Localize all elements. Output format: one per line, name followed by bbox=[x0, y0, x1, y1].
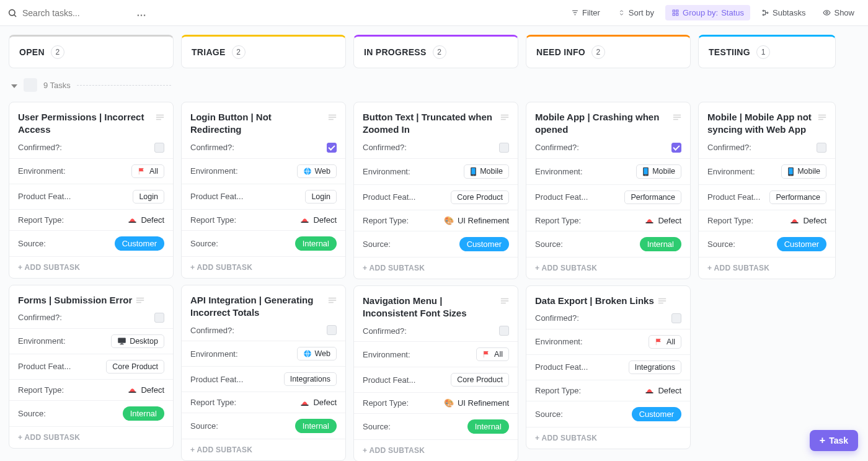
field-label: Report Type: bbox=[363, 398, 409, 408]
column-header-progress[interactable]: IN PROGRESS2 bbox=[353, 35, 518, 68]
field-label: Source: bbox=[707, 239, 735, 249]
confirmed-checkbox[interactable] bbox=[327, 143, 337, 153]
feature-chip[interactable]: Login bbox=[305, 190, 337, 204]
column-header-open[interactable]: OPEN2 bbox=[9, 35, 174, 68]
add-subtask-button[interactable]: + ADD SUBTASK bbox=[182, 256, 345, 278]
svg-line-1 bbox=[14, 15, 16, 17]
report-type-value[interactable]: Defect bbox=[128, 215, 164, 225]
filter-icon bbox=[571, 9, 579, 17]
task-card[interactable]: User Permissions | Incorrect AccessConfi… bbox=[9, 102, 174, 279]
filter-button[interactable]: Filter bbox=[565, 5, 606, 20]
field-report-type: Report Type:Defect bbox=[526, 380, 690, 401]
task-card[interactable]: Button Text | Truncated when Zoomed InCo… bbox=[353, 102, 518, 279]
feature-chip[interactable]: Performance bbox=[624, 190, 681, 204]
report-type-value[interactable]: 🎨UI Refinement bbox=[444, 398, 509, 408]
environment-chip[interactable]: Mobile bbox=[636, 164, 681, 179]
report-type-value[interactable]: Defect bbox=[645, 216, 681, 225]
confirmed-checkbox[interactable] bbox=[327, 325, 337, 335]
source-pill[interactable]: Internal bbox=[467, 419, 509, 434]
confirmed-checkbox[interactable] bbox=[817, 143, 826, 153]
svg-point-49 bbox=[645, 174, 646, 175]
environment-chip[interactable]: All bbox=[476, 347, 509, 361]
add-subtask-button[interactable]: + ADD SUBTASK bbox=[182, 439, 345, 460]
field-label: Product Feat... bbox=[535, 362, 588, 372]
column-title: TESTIING bbox=[709, 47, 750, 57]
report-type-value[interactable]: Defect bbox=[645, 386, 681, 395]
add-subtask-button[interactable]: + ADD SUBTASK bbox=[354, 257, 518, 279]
source-pill[interactable]: Customer bbox=[632, 407, 681, 421]
task-card[interactable]: Login Button | Not RedirectingConfirmed?… bbox=[181, 102, 346, 279]
feature-chip[interactable]: Integrations bbox=[284, 372, 337, 386]
field-label: Product Feat... bbox=[18, 362, 71, 371]
task-card[interactable]: Mobile | Mobile App not syncing with Web… bbox=[698, 102, 836, 279]
environment-chip[interactable]: All bbox=[131, 164, 164, 178]
field-label: Product Feat... bbox=[363, 375, 415, 385]
group-button[interactable]: Group by: Status bbox=[665, 5, 750, 20]
source-pill[interactable]: Internal bbox=[295, 236, 337, 251]
task-card[interactable]: Navigation Menu | Inconsistent Font Size… bbox=[353, 285, 518, 462]
add-subtask-button[interactable]: + ADD SUBTASK bbox=[526, 427, 690, 449]
add-subtask-button[interactable]: + ADD SUBTASK bbox=[9, 426, 173, 448]
search-more-icon[interactable]: … bbox=[133, 6, 151, 20]
field-label: Report Type: bbox=[190, 215, 236, 225]
report-type-value[interactable]: Defect bbox=[790, 216, 826, 225]
field-confirmed: Confirmed?: bbox=[354, 326, 518, 341]
field-source: Source:Customer bbox=[699, 231, 835, 257]
add-subtask-button[interactable]: + ADD SUBTASK bbox=[699, 257, 835, 279]
confirmed-checkbox[interactable] bbox=[671, 313, 681, 323]
column-header-testing[interactable]: TESTIING1 bbox=[698, 35, 836, 68]
field-label: Source: bbox=[190, 421, 218, 431]
feature-chip[interactable]: Core Product bbox=[451, 190, 509, 204]
svg-rect-23 bbox=[120, 344, 124, 345]
source-pill[interactable]: Customer bbox=[777, 237, 826, 251]
confirmed-checkbox[interactable] bbox=[499, 326, 509, 336]
svg-rect-39 bbox=[472, 168, 476, 174]
feature-chip[interactable]: Performance bbox=[769, 190, 826, 204]
report-type-value[interactable]: 🎨UI Refinement bbox=[444, 216, 509, 225]
environment-chip[interactable]: Mobile bbox=[464, 164, 509, 179]
report-type-value[interactable]: Defect bbox=[300, 398, 337, 407]
confirmed-checkbox[interactable] bbox=[154, 313, 164, 323]
report-type-value[interactable]: Defect bbox=[300, 215, 337, 225]
show-label: Show bbox=[834, 8, 854, 17]
sort-button[interactable]: Sort by bbox=[611, 5, 660, 20]
feature-chip[interactable]: Core Product bbox=[106, 360, 164, 374]
field-confirmed: Confirmed?: bbox=[354, 143, 518, 158]
field-label: Source: bbox=[363, 239, 391, 249]
task-card[interactable]: Forms | Submission ErrorConfirmed?:Envir… bbox=[9, 285, 174, 449]
feature-chip[interactable]: Login bbox=[133, 190, 164, 204]
source-pill[interactable]: Internal bbox=[295, 419, 337, 433]
source-pill[interactable]: Internal bbox=[123, 406, 164, 421]
new-task-button[interactable]: + Task bbox=[810, 430, 858, 451]
field-report-type: Report Type:🎨UI Refinement bbox=[354, 210, 518, 231]
environment-chip[interactable]: Desktop bbox=[111, 334, 164, 348]
source-pill[interactable]: Customer bbox=[115, 236, 164, 251]
show-button[interactable]: Show bbox=[817, 5, 861, 20]
task-title: Button Text | Truncated when Zoomed In bbox=[354, 102, 518, 143]
environment-chip[interactable]: Web bbox=[297, 347, 337, 360]
task-card[interactable]: API Integration | Generating Incorrect T… bbox=[181, 285, 346, 462]
source-pill[interactable]: Internal bbox=[640, 237, 681, 251]
feature-chip[interactable]: Core Product bbox=[451, 373, 509, 387]
confirmed-checkbox[interactable] bbox=[671, 143, 681, 153]
confirmed-checkbox[interactable] bbox=[154, 143, 164, 153]
column-header-triage[interactable]: TRIAGE2 bbox=[181, 35, 346, 68]
add-subtask-button[interactable]: + ADD SUBTASK bbox=[9, 256, 173, 278]
subtasks-button[interactable]: Subtasks bbox=[755, 5, 812, 20]
environment-chip[interactable]: All bbox=[649, 335, 681, 349]
confirmed-checkbox[interactable] bbox=[499, 143, 509, 153]
source-pill[interactable]: Customer bbox=[459, 237, 509, 251]
task-card[interactable]: Mobile App | Crashing when openedConfirm… bbox=[526, 102, 691, 279]
field-label: Environment: bbox=[18, 336, 66, 346]
search-input[interactable] bbox=[22, 8, 115, 18]
group-header[interactable]: 9 Tasks bbox=[9, 74, 174, 96]
report-type-value[interactable]: Defect bbox=[128, 385, 164, 395]
task-card[interactable]: Data Export | Broken LinksConfirmed?:Env… bbox=[526, 285, 691, 449]
column-count: 2 bbox=[433, 45, 446, 59]
feature-chip[interactable]: Integrations bbox=[629, 360, 681, 374]
add-subtask-button[interactable]: + ADD SUBTASK bbox=[526, 257, 690, 279]
add-subtask-button[interactable]: + ADD SUBTASK bbox=[354, 439, 518, 461]
environment-chip[interactable]: Mobile bbox=[781, 164, 826, 179]
environment-chip[interactable]: Web bbox=[297, 164, 337, 178]
column-header-needinfo[interactable]: NEED INFO2 bbox=[526, 35, 691, 68]
